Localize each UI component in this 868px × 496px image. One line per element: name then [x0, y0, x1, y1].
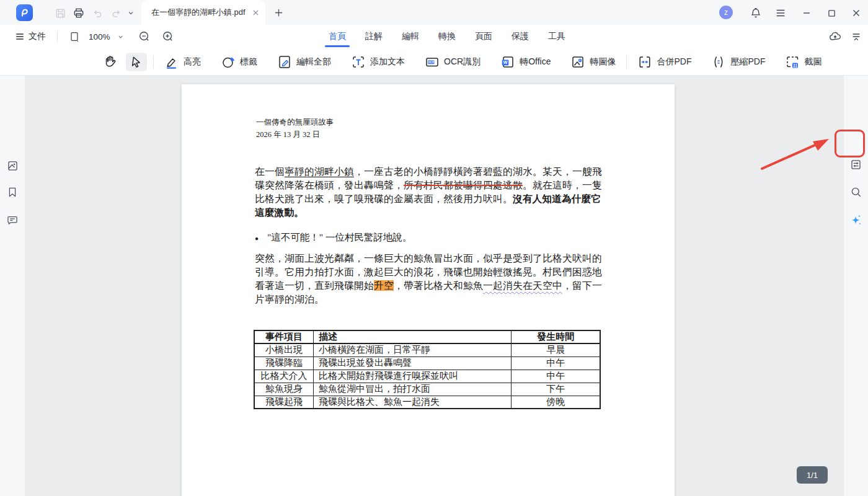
bullet-text: "這不可能！" 一位村民驚訝地說。	[267, 231, 412, 244]
tab-close-icon[interactable]	[252, 9, 259, 16]
notification-bell-icon[interactable]	[749, 6, 763, 20]
table-row: 比格犬介入比格犬開始對飛碟進行嗅探並吠叫中午	[254, 370, 600, 383]
zoom-out-button[interactable]	[138, 30, 151, 43]
text-segment: 碟突然降落在橋頭，發出轟鳴聲，	[255, 180, 404, 190]
avatar-letter: z	[724, 8, 728, 17]
file-menu-button[interactable]: 文件	[15, 31, 46, 42]
ai-assistant-icon[interactable]	[849, 213, 864, 228]
bookmarks-panel-icon[interactable]	[5, 185, 20, 200]
zoom-level-value[interactable]: 100%	[89, 32, 110, 42]
table-header: 發生時間	[512, 330, 600, 343]
window-close-button[interactable]	[849, 6, 863, 20]
add-text-button[interactable]: 添加文本	[347, 51, 409, 73]
text-line: 比格犬跳了出來，嗅了嗅飛碟的金屬表面，然後用力吠叫。沒有人知道為什麼它	[255, 192, 602, 206]
zoom-in-button[interactable]	[162, 30, 174, 43]
ribbon-tab-edit[interactable]: 編輯	[401, 25, 420, 48]
table-cell: 比格犬開始對飛碟進行嗅探並吠叫	[313, 370, 512, 383]
to-office-button[interactable]: W 轉Office	[496, 51, 555, 73]
ribbon-tab-convert[interactable]: 轉換	[437, 25, 457, 48]
convert-office-icon: W	[500, 55, 515, 69]
ocr-icon: OCR	[425, 55, 440, 69]
search-icon[interactable]	[849, 185, 864, 200]
undo-icon[interactable]	[91, 6, 104, 20]
heading-line-2: 2026 年 13 月 32 日	[256, 128, 334, 141]
text-segment: ，帶著比格犬和鯨魚	[394, 280, 483, 291]
text-segment: 突然，湖面上波光粼粼，一條巨大的鯨魚冒出水面，似乎是受到了比格犬吠叫的	[255, 253, 602, 264]
cursor-icon	[130, 55, 143, 69]
merge-pdf-icon	[637, 55, 652, 69]
add-text-icon	[351, 55, 366, 69]
table-row: 鯨魚現身鯨魚從湖中冒出，拍打水面下午	[254, 383, 600, 396]
merge-pdf-button[interactable]: 合併PDF	[633, 51, 696, 73]
highlight-label: 高亮	[184, 56, 201, 68]
pdf-page[interactable]: 一個傳奇的無厘頭故事 2026 年 13 月 32 日 在一個寧靜的湖畔小鎮，一…	[182, 84, 675, 496]
file-menu-label: 文件	[29, 31, 46, 42]
text-line: 碟突然降落在橋頭，發出轟鳴聲，所有村民都被嚇得四處逃散。就在這時，一隻	[255, 179, 602, 192]
text-line: 這麼激動。	[255, 206, 602, 219]
screenshot-button[interactable]: 截圖	[781, 51, 826, 73]
collapse-toolbar-icon[interactable]	[851, 31, 862, 42]
save-icon[interactable]	[53, 6, 67, 20]
ribbon-tab-page[interactable]: 頁面	[474, 25, 494, 48]
divider	[153, 55, 154, 69]
text-line: 引導。它用力拍打水面，激起巨大的浪花，飛碟也開始輕微搖晃。村民們困惑地	[255, 265, 602, 279]
history-caret-icon[interactable]	[124, 6, 138, 20]
new-tab-button[interactable]	[272, 6, 285, 19]
text-segment: 片寧靜的湖泊。	[255, 294, 324, 304]
select-tool-button[interactable]	[126, 53, 147, 71]
text-segment-b: 沒有人知道為什麼它	[513, 193, 601, 204]
text-segment: 比格犬跳了出來，嗅了嗅飛碟的金屬表面，然後用力吠叫。	[255, 193, 513, 204]
table-cell: 小橋出現	[254, 343, 313, 356]
ribbon-tab-home[interactable]: 首頁	[327, 25, 347, 48]
document-tab[interactable]: 在一個寧靜的湖畔小鎮.pdf	[141, 0, 265, 25]
to-image-button[interactable]: 轉圖像	[566, 51, 620, 73]
events-table-head: 事件項目描述發生時間	[254, 330, 600, 343]
text-line: 看著這一切，直到飛碟開始升空，帶著比格犬和鯨魚一起消失在天空中，留下一	[255, 279, 602, 293]
properties-panel-icon[interactable]	[849, 157, 864, 172]
table-cell: 飛碟與比格犬、鯨魚一起消失	[313, 396, 512, 409]
screenshot-icon	[785, 55, 800, 69]
table-cell: 飛碟起飛	[254, 396, 313, 409]
document-heading: 一個傳奇的無厘頭故事 2026 年 13 月 32 日	[256, 116, 334, 141]
comments-panel-icon[interactable]	[5, 213, 20, 228]
window-maximize-button[interactable]	[825, 6, 838, 20]
table-header: 描述	[313, 330, 512, 343]
edit-all-label: 編輯全部	[296, 56, 331, 68]
ocr-button[interactable]: OCR OCR識別	[420, 51, 485, 73]
toolbar: 高亮 標籤 編輯全部 添加文本	[0, 48, 868, 76]
tag-label: 標籤	[240, 56, 257, 68]
cloud-upload-icon[interactable]	[828, 30, 842, 43]
window-minimize-button[interactable]	[800, 6, 813, 20]
thumbnails-panel-icon[interactable]	[5, 158, 20, 173]
app-menu-icon[interactable]	[774, 6, 787, 20]
table-header: 事件項目	[254, 330, 313, 343]
redo-icon[interactable]	[109, 6, 123, 20]
compress-pdf-button[interactable]: 壓縮PDF	[707, 51, 769, 73]
titlebar: 在一個寧靜的湖畔小鎮.pdf z	[0, 0, 868, 25]
zoom-level-caret-icon[interactable]	[118, 34, 123, 40]
to-image-label: 轉圖像	[590, 56, 616, 68]
user-avatar[interactable]: z	[719, 6, 733, 19]
bullet-marker: ●	[255, 235, 259, 242]
divider	[626, 55, 627, 69]
table-row: 飛碟起飛飛碟與比格犬、鯨魚一起消失傍晚	[254, 396, 600, 409]
text-segment: 看著這一切，直到飛碟開始	[255, 280, 374, 291]
annotation-highlight-box	[835, 130, 865, 157]
ribbon-tab-tools[interactable]: 工具	[547, 25, 567, 48]
tag-icon	[221, 55, 236, 69]
text-segment: ，一座古老的小橋靜靜橫跨著碧藍的湖水。某天，一艘飛	[354, 166, 602, 177]
svg-text:W: W	[503, 60, 508, 64]
table-cell: 早晨	[512, 343, 600, 356]
ribbon-tab-annotate[interactable]: 註解	[364, 25, 384, 48]
document-viewport[interactable]: 一個傳奇的無厘頭故事 2026 年 13 月 32 日 在一個寧靜的湖畔小鎮，一…	[25, 76, 843, 496]
ribbon-tab-protect[interactable]: 保護	[510, 25, 530, 48]
table-cell: 飛碟出現並發出轟鳴聲	[313, 356, 512, 370]
fit-page-icon[interactable]	[69, 31, 80, 42]
edit-document-icon	[277, 55, 292, 69]
tag-button[interactable]: 標籤	[216, 51, 262, 73]
highlight-button[interactable]: 高亮	[160, 51, 205, 73]
hand-tool-button[interactable]	[99, 52, 121, 71]
table-cell: 比格犬介入	[254, 370, 313, 383]
print-icon[interactable]	[72, 6, 86, 20]
edit-all-button[interactable]: 編輯全部	[273, 51, 335, 73]
